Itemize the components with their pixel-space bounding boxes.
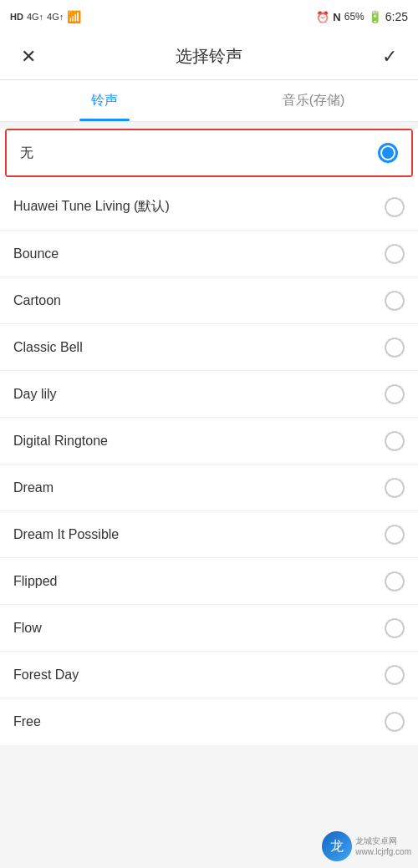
watermark-line2: www.lcjrfg.com (355, 846, 411, 857)
item-name: Digital Ringtone (13, 434, 108, 449)
confirm-icon: ✓ (382, 46, 397, 68)
status-right: ⏰ N 65% 🔋 6:25 (316, 10, 408, 23)
signal-4g-2: 4G↑ (47, 12, 64, 22)
list-item[interactable]: Classic Bell (0, 324, 418, 371)
selected-item-container: 无 (5, 129, 413, 177)
radio-button (385, 525, 405, 545)
signal-4g-1: 4G↑ (27, 12, 43, 22)
list-item[interactable]: Day lily (0, 371, 418, 418)
list-item[interactable]: Bounce (0, 231, 418, 277)
radio-button (385, 291, 405, 311)
watermark-text: 龙城安卓网 www.lcjrfg.com (355, 835, 411, 857)
tab-ringtone[interactable]: 铃声 (0, 80, 209, 121)
list-item[interactable]: Digital Ringtone (0, 418, 418, 464)
radio-button (385, 571, 405, 591)
watermark-logo: 龙 (322, 831, 352, 861)
watermark-icon: 龙 (330, 838, 344, 855)
tab-bar: 铃声 音乐(存储) (0, 80, 418, 122)
list-item[interactable]: Cartoon (0, 277, 418, 324)
alarm-icon: ⏰ (316, 11, 329, 23)
item-name: Cartoon (13, 293, 61, 308)
radio-button (385, 478, 405, 498)
list-item[interactable]: Dream (0, 464, 418, 511)
radio-button (385, 665, 405, 685)
radio-button (385, 431, 405, 451)
close-icon: ✕ (21, 46, 36, 68)
status-left: HD 4G↑ 4G↑ 📶 (10, 10, 81, 23)
time-display: 6:25 (385, 10, 408, 23)
tab-ringtone-label: 铃声 (91, 92, 118, 109)
ringtone-list: 无 Huawei Tune Living (默认) Bounce Cartoon… (0, 129, 418, 745)
list-item[interactable]: Flow (0, 605, 418, 652)
item-name: Classic Bell (13, 340, 83, 355)
confirm-button[interactable]: ✓ (375, 42, 405, 72)
item-name: Flow (13, 621, 42, 636)
list-item[interactable]: 无 (7, 130, 411, 175)
item-name: 无 (20, 145, 33, 162)
header: ✕ 选择铃声 ✓ (0, 33, 418, 80)
radio-button (385, 338, 405, 358)
list-item[interactable]: Huawei Tune Living (默认) (0, 184, 418, 231)
tab-music[interactable]: 音乐(存储) (209, 80, 418, 121)
radio-button (378, 143, 398, 163)
network-indicator: HD (10, 12, 23, 22)
list-item[interactable]: Flipped (0, 558, 418, 605)
tab-music-label: 音乐(存储) (283, 92, 345, 109)
radio-button (385, 244, 405, 264)
radio-button (385, 197, 405, 217)
list-item[interactable]: Forest Day (0, 652, 418, 698)
item-name: Bounce (13, 246, 59, 261)
watermark-line1: 龙城安卓网 (355, 835, 411, 846)
list-item[interactable]: Dream It Possible (0, 511, 418, 558)
watermark: 龙 龙城安卓网 www.lcjrfg.com (322, 831, 411, 861)
page-title: 选择铃声 (176, 45, 242, 68)
item-name: Dream (13, 480, 54, 495)
radio-button (385, 384, 405, 404)
list-item[interactable]: Free (0, 698, 418, 745)
radio-button (385, 618, 405, 638)
radio-button (385, 712, 405, 732)
close-button[interactable]: ✕ (13, 42, 43, 72)
item-name: Flipped (13, 574, 57, 589)
item-name: Day lily (13, 387, 57, 402)
item-name: Free (13, 714, 41, 729)
nfc-icon: N (333, 11, 340, 23)
item-name: Dream It Possible (13, 527, 119, 542)
status-bar: HD 4G↑ 4G↑ 📶 ⏰ N 65% 🔋 6:25 (0, 0, 418, 33)
item-name: Forest Day (13, 667, 79, 683)
battery-text: 65% (344, 11, 364, 23)
item-name: Huawei Tune Living (默认) (13, 198, 170, 216)
wifi-icon: 📶 (67, 10, 81, 23)
battery-icon: 🔋 (368, 10, 382, 23)
